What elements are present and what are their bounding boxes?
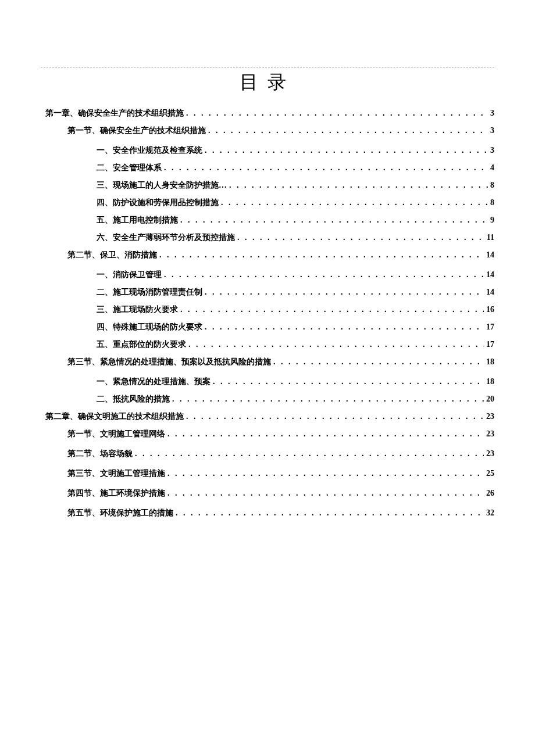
toc-entry: 一、紧急情况的处理措施、预案18 <box>41 377 494 387</box>
toc-label: 五、施工用电控制措施 <box>97 215 178 225</box>
toc-entry: 一、消防保卫管理14 <box>41 270 494 280</box>
toc-entry: 三、施工现场防火要求16 <box>41 304 494 315</box>
toc-dots <box>205 146 488 155</box>
toc-dots <box>188 340 484 349</box>
toc-dots <box>237 233 484 242</box>
toc-page-number: 11 <box>487 233 494 242</box>
toc-label: 一、安全作业规范及检查系统 <box>97 145 202 156</box>
toc-entry: 第三节、文明施工管理措施25 <box>41 468 494 479</box>
toc-page-number: 3 <box>490 109 494 118</box>
toc-label: 第一章、确保安全生产的技术组织措施 <box>45 108 184 119</box>
toc-label: 第二章、确保文明施工的技术组织措施 <box>45 411 184 422</box>
toc-label: 五、重点部位的防火要求 <box>97 339 186 350</box>
toc-page-number: 18 <box>486 357 494 367</box>
toc-dots <box>180 216 488 225</box>
toc-page-number: 26 <box>486 489 494 498</box>
toc-dots <box>167 469 484 478</box>
toc-entry: 五、重点部位的防火要求17 <box>41 339 494 350</box>
toc-page-number: 3 <box>490 146 494 155</box>
toc-page-number: 8 <box>490 198 494 207</box>
toc-entry: 第五节、环境保护施工的措施32 <box>41 508 494 518</box>
toc-page-number: 16 <box>486 305 494 314</box>
toc-label: 一、消防保卫管理 <box>97 270 162 280</box>
toc-label: 四、防护设施和劳保用品控制措施 <box>97 198 219 208</box>
toc-label: 一、紧急情况的处理措施、预案 <box>97 377 211 387</box>
toc-entry: 第四节、施工环境保护措施26 <box>41 488 494 499</box>
toc-entry: 第二节、场容场貌23 <box>41 449 494 459</box>
toc-page-number: 14 <box>486 270 494 280</box>
toc-page-number: 17 <box>486 340 494 349</box>
toc-page-number: 23 <box>486 412 494 421</box>
toc-label: 二、施工现场消防管理责任制 <box>97 287 202 298</box>
toc-page-number: 9 <box>490 216 494 225</box>
toc-label: 三、现场施工的人身安全防护措施… <box>97 180 227 191</box>
table-of-contents: 第一章、确保安全生产的技术组织措施3第一节、确保安全生产的技术组织措施3一、安全… <box>41 108 494 518</box>
page-title: 目录 <box>41 70 494 95</box>
toc-dots <box>205 288 484 297</box>
toc-entry: 五、施工用电控制措施9 <box>41 215 494 225</box>
toc-label: 第五节、环境保护施工的措施 <box>67 508 173 518</box>
toc-entry: 四、特殊施工现场的防火要求17 <box>41 322 494 332</box>
toc-label: 第三节、紧急情况的处理措施、预案以及抵抗风险的措施 <box>67 357 271 367</box>
toc-page-number: 4 <box>490 163 494 173</box>
toc-dots <box>208 126 488 135</box>
toc-dots <box>167 489 484 498</box>
toc-label: 第一节、文明施工管理网络 <box>67 429 165 439</box>
toc-label: 第三节、文明施工管理措施 <box>67 468 165 479</box>
toc-page-number: 14 <box>486 250 494 260</box>
toc-entry: 二、施工现场消防管理责任制14 <box>41 287 494 298</box>
toc-dots <box>159 250 484 260</box>
toc-label: 第一节、确保安全生产的技术组织措施 <box>67 126 206 136</box>
toc-label: 二、安全管理体系 <box>97 163 162 173</box>
toc-label: 三、施工现场防火要求 <box>97 304 178 315</box>
toc-dots <box>164 163 488 173</box>
toc-page-number: 17 <box>486 323 494 332</box>
toc-dots <box>205 323 484 332</box>
toc-entry: 六、安全生产薄弱环节分析及预控措施11 <box>41 232 494 243</box>
toc-entry: 二、安全管理体系4 <box>41 163 494 173</box>
toc-entry: 第二节、保卫、消防措施14 <box>41 250 494 260</box>
toc-entry: 二、抵抗风险的措施20 <box>41 394 494 404</box>
toc-entry: 第一节、文明施工管理网络23 <box>41 429 494 439</box>
toc-dots <box>186 412 484 421</box>
top-divider <box>41 67 494 67</box>
toc-dots <box>164 270 484 280</box>
toc-dots <box>213 377 484 386</box>
toc-dots <box>180 305 484 314</box>
toc-label: 四、特殊施工现场的防火要求 <box>97 322 202 332</box>
toc-dots <box>273 357 484 367</box>
toc-page-number: 14 <box>486 288 494 297</box>
toc-label: 六、安全生产薄弱环节分析及预控措施 <box>97 232 235 243</box>
toc-page-number: 25 <box>486 469 494 478</box>
toc-dots <box>229 181 488 190</box>
toc-entry: 三、现场施工的人身安全防护措施…8 <box>41 180 494 191</box>
toc-entry: 第一章、确保安全生产的技术组织措施3 <box>41 108 494 119</box>
toc-dots <box>167 429 484 439</box>
toc-entry: 第三节、紧急情况的处理措施、预案以及抵抗风险的措施18 <box>41 357 494 367</box>
toc-page-number: 3 <box>490 126 494 135</box>
toc-dots <box>176 508 484 518</box>
toc-entry: 一、安全作业规范及检查系统3 <box>41 145 494 156</box>
toc-page-number: 20 <box>486 395 494 404</box>
toc-dots <box>221 198 488 207</box>
toc-label: 第四节、施工环境保护措施 <box>67 488 165 499</box>
toc-entry: 第二章、确保文明施工的技术组织措施23 <box>41 411 494 422</box>
toc-page-number: 18 <box>486 377 494 386</box>
toc-dots <box>135 449 484 458</box>
toc-page-number: 8 <box>490 181 494 190</box>
toc-page-number: 23 <box>486 429 494 439</box>
toc-label: 第二节、场容场貌 <box>67 449 133 459</box>
toc-dots <box>172 395 484 404</box>
toc-dots <box>186 109 488 118</box>
toc-page-number: 32 <box>486 508 494 518</box>
toc-label: 二、抵抗风险的措施 <box>97 394 170 404</box>
toc-label: 第二节、保卫、消防措施 <box>67 250 157 260</box>
toc-entry: 四、防护设施和劳保用品控制措施8 <box>41 198 494 208</box>
toc-entry: 第一节、确保安全生产的技术组织措施3 <box>41 126 494 136</box>
toc-page-number: 23 <box>486 449 494 458</box>
